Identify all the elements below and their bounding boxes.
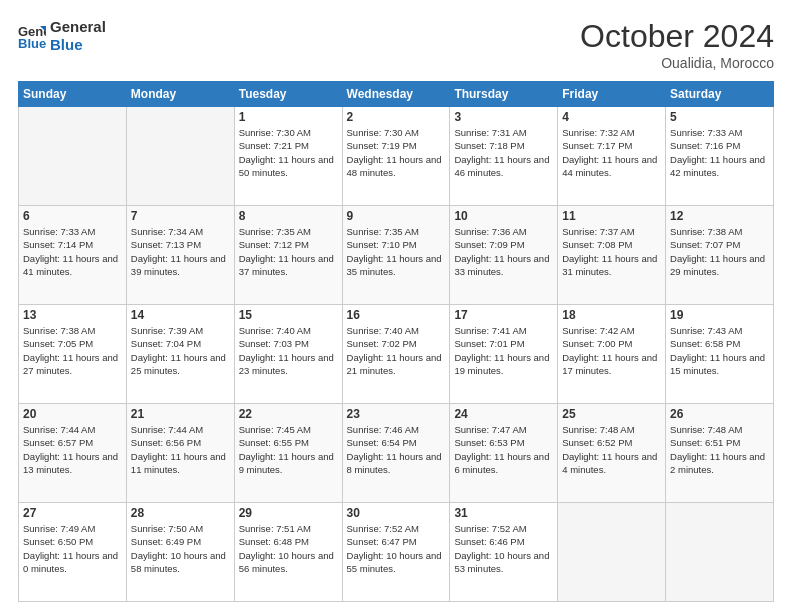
daylight-text: Daylight: 11 hours and 9 minutes. xyxy=(239,451,334,475)
day-number: 27 xyxy=(23,506,122,520)
day-info: Sunrise: 7:51 AMSunset: 6:48 PMDaylight:… xyxy=(239,522,338,575)
day-number: 17 xyxy=(454,308,553,322)
day-info: Sunrise: 7:49 AMSunset: 6:50 PMDaylight:… xyxy=(23,522,122,575)
daylight-text: Daylight: 11 hours and 41 minutes. xyxy=(23,253,118,277)
day-info: Sunrise: 7:43 AMSunset: 6:58 PMDaylight:… xyxy=(670,324,769,377)
daylight-text: Daylight: 11 hours and 31 minutes. xyxy=(562,253,657,277)
day-number: 28 xyxy=(131,506,230,520)
sunrise-text: Sunrise: 7:47 AM xyxy=(454,424,526,435)
day-info: Sunrise: 7:33 AMSunset: 7:16 PMDaylight:… xyxy=(670,126,769,179)
calendar-cell: 20Sunrise: 7:44 AMSunset: 6:57 PMDayligh… xyxy=(19,404,127,503)
calendar-cell: 8Sunrise: 7:35 AMSunset: 7:12 PMDaylight… xyxy=(234,206,342,305)
day-number: 1 xyxy=(239,110,338,124)
day-info: Sunrise: 7:40 AMSunset: 7:03 PMDaylight:… xyxy=(239,324,338,377)
calendar-cell: 28Sunrise: 7:50 AMSunset: 6:49 PMDayligh… xyxy=(126,503,234,602)
sunset-text: Sunset: 6:49 PM xyxy=(131,536,201,547)
sunrise-text: Sunrise: 7:30 AM xyxy=(239,127,311,138)
day-number: 15 xyxy=(239,308,338,322)
calendar-cell xyxy=(126,107,234,206)
title-block: October 2024 Oualidia, Morocco xyxy=(580,18,774,71)
sunset-text: Sunset: 7:13 PM xyxy=(131,239,201,250)
sunset-text: Sunset: 6:53 PM xyxy=(454,437,524,448)
calendar-cell: 7Sunrise: 7:34 AMSunset: 7:13 PMDaylight… xyxy=(126,206,234,305)
daylight-text: Daylight: 11 hours and 6 minutes. xyxy=(454,451,549,475)
daylight-text: Daylight: 11 hours and 11 minutes. xyxy=(131,451,226,475)
calendar-header-wednesday: Wednesday xyxy=(342,82,450,107)
calendar-header-saturday: Saturday xyxy=(666,82,774,107)
calendar-cell xyxy=(666,503,774,602)
day-info: Sunrise: 7:44 AMSunset: 6:56 PMDaylight:… xyxy=(131,423,230,476)
sunset-text: Sunset: 6:56 PM xyxy=(131,437,201,448)
sunrise-text: Sunrise: 7:38 AM xyxy=(670,226,742,237)
day-number: 7 xyxy=(131,209,230,223)
day-number: 18 xyxy=(562,308,661,322)
logo-general: General xyxy=(50,18,106,36)
sunrise-text: Sunrise: 7:40 AM xyxy=(347,325,419,336)
day-number: 8 xyxy=(239,209,338,223)
daylight-text: Daylight: 11 hours and 44 minutes. xyxy=(562,154,657,178)
day-number: 21 xyxy=(131,407,230,421)
day-number: 10 xyxy=(454,209,553,223)
sunset-text: Sunset: 6:50 PM xyxy=(23,536,93,547)
calendar-cell: 6Sunrise: 7:33 AMSunset: 7:14 PMDaylight… xyxy=(19,206,127,305)
day-number: 24 xyxy=(454,407,553,421)
sunrise-text: Sunrise: 7:38 AM xyxy=(23,325,95,336)
daylight-text: Daylight: 11 hours and 25 minutes. xyxy=(131,352,226,376)
sunset-text: Sunset: 7:17 PM xyxy=(562,140,632,151)
day-number: 22 xyxy=(239,407,338,421)
day-info: Sunrise: 7:35 AMSunset: 7:10 PMDaylight:… xyxy=(347,225,446,278)
daylight-text: Daylight: 11 hours and 15 minutes. xyxy=(670,352,765,376)
sunrise-text: Sunrise: 7:32 AM xyxy=(562,127,634,138)
calendar-cell: 15Sunrise: 7:40 AMSunset: 7:03 PMDayligh… xyxy=(234,305,342,404)
month-title: October 2024 xyxy=(580,18,774,55)
calendar-header-sunday: Sunday xyxy=(19,82,127,107)
day-number: 29 xyxy=(239,506,338,520)
day-info: Sunrise: 7:40 AMSunset: 7:02 PMDaylight:… xyxy=(347,324,446,377)
sunset-text: Sunset: 7:08 PM xyxy=(562,239,632,250)
sunset-text: Sunset: 6:54 PM xyxy=(347,437,417,448)
sunrise-text: Sunrise: 7:31 AM xyxy=(454,127,526,138)
calendar-header-row: SundayMondayTuesdayWednesdayThursdayFrid… xyxy=(19,82,774,107)
day-info: Sunrise: 7:39 AMSunset: 7:04 PMDaylight:… xyxy=(131,324,230,377)
day-number: 16 xyxy=(347,308,446,322)
daylight-text: Daylight: 11 hours and 4 minutes. xyxy=(562,451,657,475)
sunset-text: Sunset: 7:07 PM xyxy=(670,239,740,250)
sunrise-text: Sunrise: 7:44 AM xyxy=(23,424,95,435)
day-number: 30 xyxy=(347,506,446,520)
calendar-cell: 24Sunrise: 7:47 AMSunset: 6:53 PMDayligh… xyxy=(450,404,558,503)
day-number: 3 xyxy=(454,110,553,124)
sunset-text: Sunset: 6:51 PM xyxy=(670,437,740,448)
day-info: Sunrise: 7:41 AMSunset: 7:01 PMDaylight:… xyxy=(454,324,553,377)
daylight-text: Daylight: 11 hours and 0 minutes. xyxy=(23,550,118,574)
sunrise-text: Sunrise: 7:41 AM xyxy=(454,325,526,336)
day-info: Sunrise: 7:47 AMSunset: 6:53 PMDaylight:… xyxy=(454,423,553,476)
sunrise-text: Sunrise: 7:33 AM xyxy=(670,127,742,138)
daylight-text: Daylight: 11 hours and 8 minutes. xyxy=(347,451,442,475)
calendar-cell: 19Sunrise: 7:43 AMSunset: 6:58 PMDayligh… xyxy=(666,305,774,404)
calendar-cell: 17Sunrise: 7:41 AMSunset: 7:01 PMDayligh… xyxy=(450,305,558,404)
sunrise-text: Sunrise: 7:52 AM xyxy=(454,523,526,534)
calendar-cell: 9Sunrise: 7:35 AMSunset: 7:10 PMDaylight… xyxy=(342,206,450,305)
day-number: 4 xyxy=(562,110,661,124)
calendar-table: SundayMondayTuesdayWednesdayThursdayFrid… xyxy=(18,81,774,602)
day-info: Sunrise: 7:46 AMSunset: 6:54 PMDaylight:… xyxy=(347,423,446,476)
calendar-cell xyxy=(19,107,127,206)
day-info: Sunrise: 7:32 AMSunset: 7:17 PMDaylight:… xyxy=(562,126,661,179)
sunset-text: Sunset: 6:58 PM xyxy=(670,338,740,349)
day-info: Sunrise: 7:50 AMSunset: 6:49 PMDaylight:… xyxy=(131,522,230,575)
day-info: Sunrise: 7:30 AMSunset: 7:21 PMDaylight:… xyxy=(239,126,338,179)
sunrise-text: Sunrise: 7:43 AM xyxy=(670,325,742,336)
sunrise-text: Sunrise: 7:48 AM xyxy=(562,424,634,435)
calendar-cell: 18Sunrise: 7:42 AMSunset: 7:00 PMDayligh… xyxy=(558,305,666,404)
day-info: Sunrise: 7:30 AMSunset: 7:19 PMDaylight:… xyxy=(347,126,446,179)
sunrise-text: Sunrise: 7:37 AM xyxy=(562,226,634,237)
daylight-text: Daylight: 11 hours and 50 minutes. xyxy=(239,154,334,178)
calendar-header-monday: Monday xyxy=(126,82,234,107)
sunset-text: Sunset: 7:05 PM xyxy=(23,338,93,349)
day-number: 12 xyxy=(670,209,769,223)
sunset-text: Sunset: 7:16 PM xyxy=(670,140,740,151)
day-info: Sunrise: 7:31 AMSunset: 7:18 PMDaylight:… xyxy=(454,126,553,179)
daylight-text: Daylight: 11 hours and 42 minutes. xyxy=(670,154,765,178)
calendar-cell: 12Sunrise: 7:38 AMSunset: 7:07 PMDayligh… xyxy=(666,206,774,305)
calendar-cell: 16Sunrise: 7:40 AMSunset: 7:02 PMDayligh… xyxy=(342,305,450,404)
